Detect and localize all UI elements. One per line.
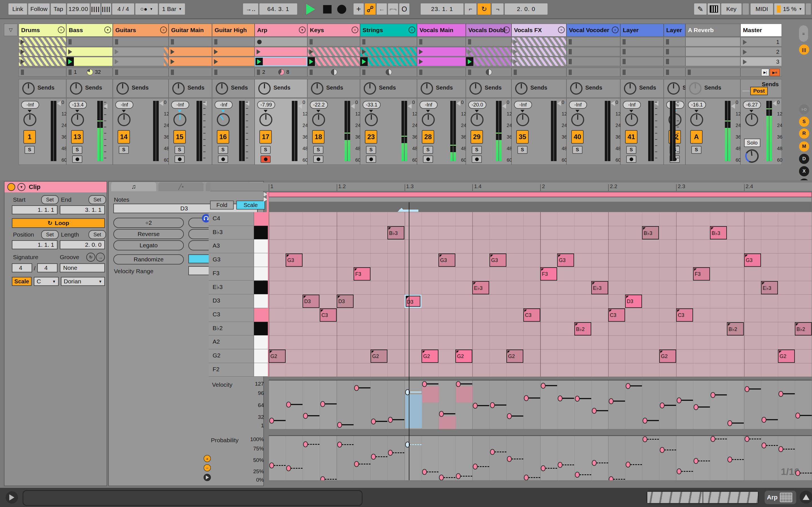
midi-note[interactable]: B♭2	[727, 322, 744, 335]
clip-stop-row-cell[interactable]	[417, 68, 466, 76]
clip-launch-button[interactable]	[417, 57, 424, 66]
track-activator-button[interactable]: 17	[259, 130, 272, 144]
midi-note[interactable]: G3	[286, 253, 303, 267]
pan-knob[interactable]	[117, 113, 131, 126]
clip-slot[interactable]	[360, 57, 417, 66]
track-activator-button[interactable]: 18	[312, 130, 324, 144]
volume-field[interactable]: -13.4	[69, 101, 87, 109]
clip-stop-row-cell[interactable]	[360, 68, 417, 76]
velocity-marker[interactable]	[388, 417, 393, 423]
tempo-field[interactable]: 129.00	[67, 3, 90, 15]
track-header[interactable]: Vocal Vocoder≡	[566, 24, 620, 37]
set-start-button[interactable]: Set	[41, 195, 59, 204]
solo-button[interactable]: S	[366, 146, 376, 154]
follow-button[interactable]: Follow	[28, 3, 50, 15]
volume-field[interactable]: -Inf	[569, 101, 587, 109]
clip-launch-button[interactable]	[360, 57, 368, 66]
solo-button[interactable]: S	[260, 146, 271, 154]
track-header[interactable]: Vocals FX≡	[511, 24, 566, 37]
clip-stop-row-cell[interactable]	[466, 68, 511, 76]
loop-bar[interactable]	[269, 192, 812, 197]
clip-stop-row-cell[interactable]	[18, 68, 66, 76]
beat-ruler[interactable]: 11.21.31.422.22.32.4	[210, 182, 812, 191]
mixer-section-toggle[interactable]: M	[799, 142, 809, 152]
track-header[interactable]: Master	[741, 24, 782, 37]
track-collapse-icon[interactable]: ▼	[299, 26, 306, 33]
draw-mode-button[interactable]: ✎	[694, 3, 707, 15]
clip-launch-button[interactable]	[308, 47, 315, 56]
legato-button[interactable]: Legato	[113, 240, 184, 250]
probability-marker[interactable]	[778, 446, 783, 452]
clip-slot[interactable]	[255, 37, 307, 47]
midi-map-button[interactable]: MIDI	[751, 3, 773, 15]
clip-start-field[interactable]: 1. 1. 1	[12, 205, 57, 214]
probability-marker[interactable]	[609, 476, 613, 480]
velocity-marker[interactable]	[745, 386, 749, 392]
track-menu-icon[interactable]: ≡	[558, 26, 565, 33]
send-a-knob[interactable]	[70, 82, 82, 95]
clip-slot[interactable]	[566, 37, 620, 47]
pan-knob[interactable]	[625, 113, 638, 126]
clip-slot[interactable]	[417, 47, 466, 56]
stop-all-clips-button[interactable]: ▶≡	[770, 69, 780, 76]
pan-knob[interactable]	[217, 113, 230, 126]
pan-knob[interactable]	[422, 113, 435, 126]
velocity-marker[interactable]	[711, 392, 715, 398]
solo-button[interactable]: S	[119, 146, 129, 154]
probability-marker[interactable]	[762, 443, 766, 448]
velocity-marker[interactable]	[269, 418, 274, 424]
track-activator-button[interactable]: 15	[173, 130, 186, 144]
clip-panel-header[interactable]: ▼ Clip	[4, 182, 107, 192]
volume-handle-icon[interactable]	[57, 101, 61, 106]
clip-stop-row-cell[interactable]: ▶|▶≡	[741, 68, 782, 76]
send-a-knob[interactable]	[667, 82, 680, 95]
midi-note[interactable]: G3	[557, 253, 574, 267]
track-collapse-icon[interactable]: ▼	[104, 26, 111, 33]
clip-slot[interactable]	[686, 57, 741, 66]
track-activator-button[interactable]: 40	[571, 130, 583, 144]
clip-slot[interactable]	[466, 37, 511, 47]
midi-note[interactable]: B♭2	[795, 322, 812, 335]
track-header[interactable]: Keys≡	[307, 24, 360, 37]
clip-stop-row-cell[interactable]	[566, 68, 620, 76]
post-toggle[interactable]: Post	[750, 87, 768, 95]
midi-note[interactable]: B♭2	[574, 322, 591, 335]
arm-button[interactable]	[626, 156, 637, 163]
clip-slot[interactable]	[307, 57, 360, 66]
groove-sync-icon[interactable]: ↻	[86, 252, 95, 262]
volume-field[interactable]: -20.0	[468, 101, 486, 109]
scene-launch-icon[interactable]	[743, 40, 747, 45]
velocity-marker[interactable]	[439, 411, 444, 417]
velocity-marker[interactable]	[490, 402, 495, 408]
velocity-marker[interactable]	[286, 402, 291, 407]
volume-handle-icon[interactable]	[203, 101, 207, 106]
groove-commit-icon[interactable]: →	[96, 252, 105, 262]
randomize-amount-slider[interactable]: 104	[188, 255, 258, 263]
clip-stop-row-cell[interactable]: 132	[66, 68, 113, 76]
send-a-knob[interactable]	[22, 82, 35, 95]
clip-launch-button[interactable]	[169, 47, 176, 56]
track-activator-button[interactable]: 16	[217, 130, 229, 144]
midi-note[interactable]: D3	[405, 295, 421, 308]
velocity-marker[interactable]	[507, 413, 512, 419]
send-a-knob[interactable]	[689, 82, 702, 95]
solo-button[interactable]: S	[313, 146, 323, 154]
clip-launch-button[interactable]	[66, 47, 74, 56]
velocity-marker[interactable]	[303, 413, 308, 419]
clip-slot[interactable]	[620, 47, 664, 56]
clip-slot[interactable]	[168, 57, 212, 66]
scrub-area[interactable]	[269, 202, 812, 212]
send-a-knob[interactable]	[364, 82, 376, 95]
midi-note[interactable]: C3	[608, 308, 625, 322]
probability-marker[interactable]	[422, 469, 427, 475]
clip-slot[interactable]	[360, 47, 417, 56]
send-a-knob[interactable]	[570, 82, 582, 95]
volume-field[interactable]: -6.27	[743, 101, 761, 109]
probability-marker[interactable]	[694, 458, 698, 464]
scale-root-select[interactable]: C▼	[34, 277, 59, 286]
track-activator-button[interactable]: 14	[117, 130, 130, 144]
track-activator-button[interactable]: 35	[516, 130, 529, 144]
clip-end-field[interactable]: 3. 1. 1	[60, 205, 105, 214]
clip-slot[interactable]	[18, 57, 66, 66]
volume-field[interactable]: -Inf	[115, 101, 133, 109]
